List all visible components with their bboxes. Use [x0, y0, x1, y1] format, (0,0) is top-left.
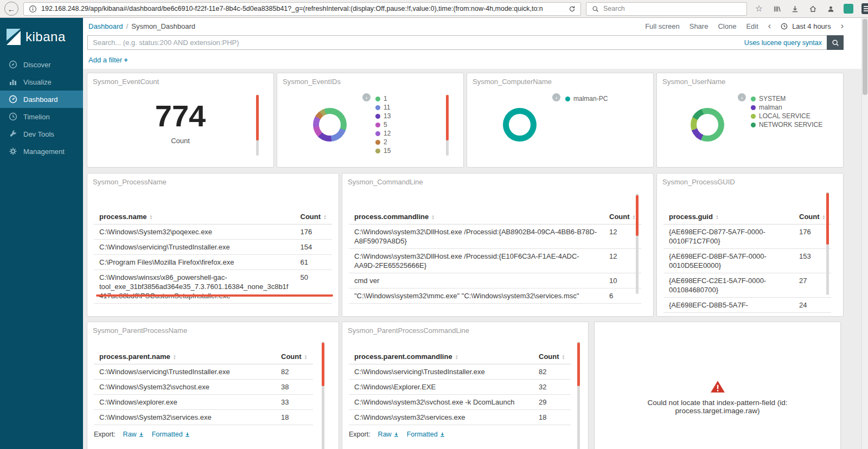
table-row[interactable]: cmd ver 10	[349, 273, 641, 288]
time-picker[interactable]: Last 4 hours	[781, 22, 831, 30]
legend-item[interactable]: LOCAL SERVICE	[751, 112, 837, 120]
breadcrumb-dashboard-link[interactable]: Dashboard	[88, 22, 123, 30]
table-row[interactable]: {AE698EFC-C2E1-5A7F-0000-001084680700} 2…	[663, 273, 831, 298]
column-header[interactable]: Count▲▼	[276, 350, 313, 364]
panel-process-name[interactable]: Sysmon_ProcessName process.name▲▼ Count▲…	[87, 173, 339, 317]
menu-icon[interactable]	[861, 4, 868, 14]
table-row[interactable]: "C:\Windows\system32\mmc.exe" "C:\Window…	[349, 288, 641, 304]
table-row[interactable]: {AE698EFC-D8BF-5A7F-0000-0010D5EE0000} 1…	[663, 249, 831, 273]
export-raw-link[interactable]: Raw	[123, 431, 144, 438]
sidebar-item-visualize[interactable]: Visualize	[0, 73, 83, 91]
legend-toggle-icon[interactable]: ›	[362, 93, 371, 101]
home-icon[interactable]	[808, 4, 818, 14]
kibana-logo[interactable]: kibana	[0, 18, 83, 56]
table-row[interactable]: C:\Windows\Explorer.EXE 32	[349, 380, 571, 395]
panel-parent-process-name[interactable]: Sysmon_ParentProcessName process.parent.…	[87, 322, 339, 449]
export-formatted-link[interactable]: Formatted	[407, 431, 445, 438]
column-header[interactable]: process.parent.name▲▼	[94, 350, 276, 364]
table-row[interactable]: C:\Windows\system32\services.exe 18	[349, 410, 571, 425]
panel-scrollbar-thumb[interactable]	[577, 343, 580, 386]
legend-item[interactable]: 13	[375, 112, 457, 120]
export-raw-link[interactable]: Raw	[378, 431, 399, 438]
legend-item[interactable]: malman-PC	[565, 94, 647, 103]
sidebar-item-dev-tools[interactable]: Dev Tools	[0, 125, 83, 143]
window-scrollbar-thumb[interactable]	[863, 19, 867, 95]
table-row[interactable]: C:\Windows\servicing\TrustedInstaller.ex…	[94, 364, 313, 380]
table-row[interactable]: C:\Program Files\Mozilla Firefox\firefox…	[94, 255, 332, 270]
donut-chart[interactable]	[691, 108, 724, 142]
panel-event-count[interactable]: Sysmon_EventCount 774 Count	[87, 73, 274, 168]
sidebar-item-timelion[interactable]: Timelion	[0, 108, 83, 125]
table-row[interactable]: C:\Windows\System32\poqexec.exe 176	[94, 224, 332, 240]
table-row[interactable]: C:\Windows\servicing\TrustedInstaller.ex…	[349, 364, 571, 380]
url-text[interactable]: 192.168.248.29/app/kibana#/dashboard/be6…	[41, 5, 563, 12]
legend-item[interactable]: 15	[375, 146, 457, 155]
panel-scrollbar-thumb[interactable]	[322, 343, 324, 386]
full-screen-button[interactable]: Full screen	[645, 22, 680, 30]
table-row[interactable]: C:\Windows\system32\DllHost.exe /Process…	[349, 249, 641, 273]
edit-button[interactable]: Edit	[746, 22, 758, 30]
downloads-icon[interactable]	[790, 4, 800, 14]
table-row[interactable]: C:\Windows\explorer.exe 33	[94, 395, 313, 410]
column-header[interactable]: Count▲▼	[295, 210, 333, 224]
query-search-button[interactable]	[827, 35, 844, 50]
legend-item[interactable]: 12	[375, 129, 457, 138]
table-row[interactable]: C:\Windows\system32\DllHost.exe /Process…	[349, 224, 641, 249]
site-info-icon[interactable]	[28, 4, 37, 14]
window-scrollbar[interactable]	[861, 18, 868, 449]
legend-toggle-icon[interactable]: ›	[738, 93, 746, 101]
sidebar-item-dashboard[interactable]: Dashboard	[0, 91, 83, 108]
panel-hscrollbar-thumb[interactable]	[96, 294, 333, 297]
panel-scrollbar-thumb[interactable]	[826, 193, 829, 245]
table-row[interactable]: {AE698EFC-D877-5A7F-0000-0010F71C7F00} 1…	[663, 224, 831, 249]
panel-scrollbar-thumb[interactable]	[636, 195, 639, 236]
sidebar-item-discover[interactable]: Discover	[0, 56, 83, 73]
add-filter-button[interactable]: Add a filter+	[88, 56, 128, 64]
legend-item[interactable]: malman	[751, 103, 837, 112]
legend-item[interactable]: SYSTEM	[751, 94, 837, 103]
column-header[interactable]: process.commandline▲▼	[349, 210, 604, 224]
clone-button[interactable]: Clone	[718, 22, 736, 30]
table-row[interactable]: C:\Windows\system32\svchost.exe -k DcomL…	[349, 395, 571, 410]
browser-search-input[interactable]	[603, 5, 743, 12]
column-header[interactable]: process.name▲▼	[94, 210, 295, 224]
bookmark-star-icon[interactable]: ☆	[754, 4, 764, 14]
panel-command-line[interactable]: Sysmon_CommandLine process.commandline▲▼…	[342, 173, 654, 317]
time-forward-icon[interactable]: ›	[841, 22, 844, 30]
library-icon[interactable]	[772, 4, 782, 14]
panel-parent-process-commandline[interactable]: Sysmon_ParentProcessCommandLine process.…	[342, 322, 589, 449]
query-input[interactable]	[93, 39, 740, 47]
share-button[interactable]: Share	[690, 22, 709, 30]
legend-item[interactable]: 11	[375, 103, 457, 112]
back-button[interactable]: ←	[4, 2, 18, 16]
panel-computer-name[interactable]: Sysmon_ComputerName › malman-PC	[467, 73, 654, 168]
panel-event-ids[interactable]: Sysmon_EventIDs › 1	[277, 73, 464, 168]
column-header[interactable]: Count▲▼	[533, 350, 571, 364]
panel-scrollbar-thumb[interactable]	[446, 95, 449, 140]
legend-item[interactable]: 1	[375, 94, 457, 103]
table-row[interactable]: C:\Windows\System32\services.exe 18	[94, 410, 313, 425]
legend-item[interactable]: NETWORK SERVICE	[751, 120, 837, 129]
table-row[interactable]: {AE698EFC-D8B5-5A7F- 24	[663, 298, 831, 313]
donut-chart[interactable]	[313, 108, 347, 142]
legend-item[interactable]: 5	[375, 120, 457, 129]
legend-item[interactable]: 2	[375, 138, 457, 146]
lucene-syntax-link[interactable]: Uses lucene query syntax	[744, 39, 822, 47]
column-header[interactable]: Count▲▼	[794, 210, 831, 224]
browser-search[interactable]	[586, 2, 747, 16]
reload-icon[interactable]	[567, 4, 577, 14]
donut-chart[interactable]	[503, 108, 537, 142]
column-header[interactable]: process.guid▲▼	[663, 210, 794, 224]
extension-icon[interactable]	[844, 4, 853, 14]
table-row[interactable]: C:\Windows\servicing\TrustedInstaller.ex…	[94, 240, 332, 255]
url-bar[interactable]: 192.168.248.29/app/kibana#/dashboard/be6…	[23, 2, 581, 16]
sidebar-item-management[interactable]: Management	[0, 143, 83, 160]
table-row[interactable]: C:\Windows\System32\svchost.exe 38	[94, 380, 313, 395]
account-icon[interactable]	[826, 4, 835, 14]
panel-scrollbar-thumb[interactable]	[256, 95, 259, 140]
panel-process-guid[interactable]: Sysmon_ProcessGUID process.guid▲▼ Count▲…	[656, 173, 844, 317]
table-row[interactable]: C:\Windows\winsxs\x86_powershell-gac-too…	[94, 270, 332, 304]
legend-toggle-icon[interactable]: ›	[552, 93, 560, 101]
time-back-icon[interactable]: ‹	[768, 22, 771, 30]
export-formatted-link[interactable]: Formatted	[152, 431, 190, 438]
